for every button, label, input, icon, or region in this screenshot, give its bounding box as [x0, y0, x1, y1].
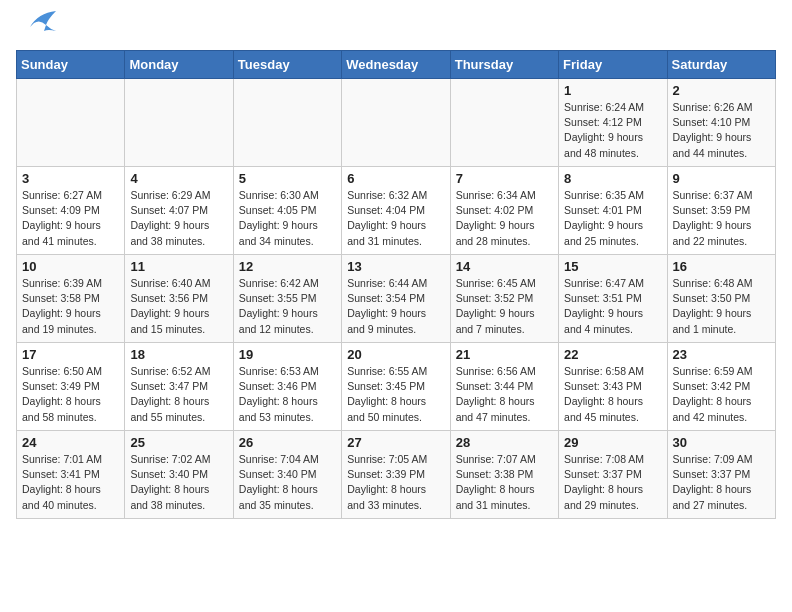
- day-number: 6: [347, 171, 444, 186]
- day-info: Sunrise: 6:52 AM Sunset: 3:47 PM Dayligh…: [130, 364, 227, 425]
- calendar-cell: 20Sunrise: 6:55 AM Sunset: 3:45 PM Dayli…: [342, 343, 450, 431]
- calendar-cell: 9Sunrise: 6:37 AM Sunset: 3:59 PM Daylig…: [667, 167, 775, 255]
- day-number: 17: [22, 347, 119, 362]
- calendar-cell: 26Sunrise: 7:04 AM Sunset: 3:40 PM Dayli…: [233, 431, 341, 519]
- day-number: 9: [673, 171, 770, 186]
- header-monday: Monday: [125, 51, 233, 79]
- day-number: 28: [456, 435, 553, 450]
- day-number: 27: [347, 435, 444, 450]
- day-info: Sunrise: 6:37 AM Sunset: 3:59 PM Dayligh…: [673, 188, 770, 249]
- day-info: Sunrise: 6:40 AM Sunset: 3:56 PM Dayligh…: [130, 276, 227, 337]
- day-info: Sunrise: 7:09 AM Sunset: 3:37 PM Dayligh…: [673, 452, 770, 513]
- calendar-cell: 10Sunrise: 6:39 AM Sunset: 3:58 PM Dayli…: [17, 255, 125, 343]
- day-info: Sunrise: 6:50 AM Sunset: 3:49 PM Dayligh…: [22, 364, 119, 425]
- page-header: [16, 16, 776, 42]
- calendar-cell: 18Sunrise: 6:52 AM Sunset: 3:47 PM Dayli…: [125, 343, 233, 431]
- calendar-cell: 11Sunrise: 6:40 AM Sunset: 3:56 PM Dayli…: [125, 255, 233, 343]
- calendar-cell: 6Sunrise: 6:32 AM Sunset: 4:04 PM Daylig…: [342, 167, 450, 255]
- calendar-cell: 1Sunrise: 6:24 AM Sunset: 4:12 PM Daylig…: [559, 79, 667, 167]
- header-thursday: Thursday: [450, 51, 558, 79]
- calendar-cell: 17Sunrise: 6:50 AM Sunset: 3:49 PM Dayli…: [17, 343, 125, 431]
- calendar-cell: 24Sunrise: 7:01 AM Sunset: 3:41 PM Dayli…: [17, 431, 125, 519]
- day-number: 5: [239, 171, 336, 186]
- calendar-cell: [450, 79, 558, 167]
- day-number: 7: [456, 171, 553, 186]
- calendar-cell: 15Sunrise: 6:47 AM Sunset: 3:51 PM Dayli…: [559, 255, 667, 343]
- day-info: Sunrise: 6:45 AM Sunset: 3:52 PM Dayligh…: [456, 276, 553, 337]
- calendar-table: SundayMondayTuesdayWednesdayThursdayFrid…: [16, 50, 776, 519]
- calendar-cell: [342, 79, 450, 167]
- calendar-cell: 28Sunrise: 7:07 AM Sunset: 3:38 PM Dayli…: [450, 431, 558, 519]
- day-info: Sunrise: 7:02 AM Sunset: 3:40 PM Dayligh…: [130, 452, 227, 513]
- week-row-1: 1Sunrise: 6:24 AM Sunset: 4:12 PM Daylig…: [17, 79, 776, 167]
- calendar-cell: 23Sunrise: 6:59 AM Sunset: 3:42 PM Dayli…: [667, 343, 775, 431]
- day-number: 29: [564, 435, 661, 450]
- header-wednesday: Wednesday: [342, 51, 450, 79]
- header-friday: Friday: [559, 51, 667, 79]
- day-info: Sunrise: 6:44 AM Sunset: 3:54 PM Dayligh…: [347, 276, 444, 337]
- day-info: Sunrise: 6:32 AM Sunset: 4:04 PM Dayligh…: [347, 188, 444, 249]
- day-info: Sunrise: 6:27 AM Sunset: 4:09 PM Dayligh…: [22, 188, 119, 249]
- calendar-cell: 13Sunrise: 6:44 AM Sunset: 3:54 PM Dayli…: [342, 255, 450, 343]
- logo: [16, 16, 58, 42]
- calendar-cell: [233, 79, 341, 167]
- day-info: Sunrise: 6:26 AM Sunset: 4:10 PM Dayligh…: [673, 100, 770, 161]
- day-number: 3: [22, 171, 119, 186]
- header-tuesday: Tuesday: [233, 51, 341, 79]
- calendar-cell: 8Sunrise: 6:35 AM Sunset: 4:01 PM Daylig…: [559, 167, 667, 255]
- calendar-cell: 25Sunrise: 7:02 AM Sunset: 3:40 PM Dayli…: [125, 431, 233, 519]
- calendar-cell: 29Sunrise: 7:08 AM Sunset: 3:37 PM Dayli…: [559, 431, 667, 519]
- calendar-cell: 3Sunrise: 6:27 AM Sunset: 4:09 PM Daylig…: [17, 167, 125, 255]
- day-number: 15: [564, 259, 661, 274]
- day-number: 4: [130, 171, 227, 186]
- calendar-cell: [17, 79, 125, 167]
- day-number: 22: [564, 347, 661, 362]
- day-info: Sunrise: 6:29 AM Sunset: 4:07 PM Dayligh…: [130, 188, 227, 249]
- day-info: Sunrise: 6:48 AM Sunset: 3:50 PM Dayligh…: [673, 276, 770, 337]
- header-sunday: Sunday: [17, 51, 125, 79]
- day-info: Sunrise: 6:24 AM Sunset: 4:12 PM Dayligh…: [564, 100, 661, 161]
- calendar-cell: 14Sunrise: 6:45 AM Sunset: 3:52 PM Dayli…: [450, 255, 558, 343]
- calendar-cell: 5Sunrise: 6:30 AM Sunset: 4:05 PM Daylig…: [233, 167, 341, 255]
- calendar-cell: 16Sunrise: 6:48 AM Sunset: 3:50 PM Dayli…: [667, 255, 775, 343]
- calendar-cell: 12Sunrise: 6:42 AM Sunset: 3:55 PM Dayli…: [233, 255, 341, 343]
- day-info: Sunrise: 6:47 AM Sunset: 3:51 PM Dayligh…: [564, 276, 661, 337]
- day-info: Sunrise: 7:07 AM Sunset: 3:38 PM Dayligh…: [456, 452, 553, 513]
- calendar-cell: 7Sunrise: 6:34 AM Sunset: 4:02 PM Daylig…: [450, 167, 558, 255]
- day-number: 18: [130, 347, 227, 362]
- calendar-cell: [125, 79, 233, 167]
- calendar-cell: 2Sunrise: 6:26 AM Sunset: 4:10 PM Daylig…: [667, 79, 775, 167]
- day-info: Sunrise: 7:05 AM Sunset: 3:39 PM Dayligh…: [347, 452, 444, 513]
- logo-bird-icon: [20, 9, 58, 39]
- day-number: 24: [22, 435, 119, 450]
- day-info: Sunrise: 7:08 AM Sunset: 3:37 PM Dayligh…: [564, 452, 661, 513]
- week-row-4: 17Sunrise: 6:50 AM Sunset: 3:49 PM Dayli…: [17, 343, 776, 431]
- day-number: 8: [564, 171, 661, 186]
- header-saturday: Saturday: [667, 51, 775, 79]
- calendar-header-row: SundayMondayTuesdayWednesdayThursdayFrid…: [17, 51, 776, 79]
- calendar-cell: 30Sunrise: 7:09 AM Sunset: 3:37 PM Dayli…: [667, 431, 775, 519]
- calendar-cell: 19Sunrise: 6:53 AM Sunset: 3:46 PM Dayli…: [233, 343, 341, 431]
- day-info: Sunrise: 6:55 AM Sunset: 3:45 PM Dayligh…: [347, 364, 444, 425]
- day-number: 16: [673, 259, 770, 274]
- calendar-cell: 27Sunrise: 7:05 AM Sunset: 3:39 PM Dayli…: [342, 431, 450, 519]
- day-number: 13: [347, 259, 444, 274]
- day-info: Sunrise: 6:30 AM Sunset: 4:05 PM Dayligh…: [239, 188, 336, 249]
- day-info: Sunrise: 6:39 AM Sunset: 3:58 PM Dayligh…: [22, 276, 119, 337]
- day-number: 21: [456, 347, 553, 362]
- calendar-cell: 4Sunrise: 6:29 AM Sunset: 4:07 PM Daylig…: [125, 167, 233, 255]
- day-info: Sunrise: 6:59 AM Sunset: 3:42 PM Dayligh…: [673, 364, 770, 425]
- day-number: 20: [347, 347, 444, 362]
- calendar-cell: 21Sunrise: 6:56 AM Sunset: 3:44 PM Dayli…: [450, 343, 558, 431]
- day-info: Sunrise: 6:34 AM Sunset: 4:02 PM Dayligh…: [456, 188, 553, 249]
- week-row-5: 24Sunrise: 7:01 AM Sunset: 3:41 PM Dayli…: [17, 431, 776, 519]
- day-number: 12: [239, 259, 336, 274]
- day-number: 14: [456, 259, 553, 274]
- calendar-cell: 22Sunrise: 6:58 AM Sunset: 3:43 PM Dayli…: [559, 343, 667, 431]
- day-number: 23: [673, 347, 770, 362]
- week-row-3: 10Sunrise: 6:39 AM Sunset: 3:58 PM Dayli…: [17, 255, 776, 343]
- day-info: Sunrise: 7:01 AM Sunset: 3:41 PM Dayligh…: [22, 452, 119, 513]
- day-info: Sunrise: 6:53 AM Sunset: 3:46 PM Dayligh…: [239, 364, 336, 425]
- day-number: 26: [239, 435, 336, 450]
- day-number: 2: [673, 83, 770, 98]
